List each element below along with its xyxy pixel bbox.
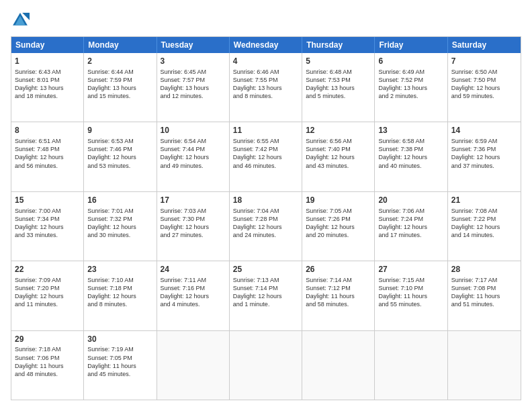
cell-line: and 17 minutes.	[378, 231, 443, 239]
header-day-monday: Monday	[84, 37, 157, 53]
calendar-cell-14: 14Sunrise: 6:59 AMSunset: 7:36 PMDayligh…	[448, 122, 521, 191]
cell-line: Sunset: 7:57 PM	[161, 76, 226, 84]
calendar-cell-empty	[230, 331, 302, 400]
cell-line: Sunrise: 6:59 AM	[451, 137, 517, 145]
cell-line: and 56 minutes.	[15, 162, 80, 170]
cell-line: Sunset: 7:12 PM	[306, 284, 371, 292]
calendar-cell-15: 15Sunrise: 7:00 AMSunset: 7:34 PMDayligh…	[11, 192, 84, 261]
calendar-cell-9: 9Sunrise: 6:53 AMSunset: 7:46 PMDaylight…	[84, 122, 157, 191]
cell-line: Sunset: 7:55 PM	[233, 76, 298, 84]
day-number: 5	[306, 56, 371, 67]
cell-line: Sunrise: 6:55 AM	[233, 137, 298, 145]
day-number: 27	[378, 264, 443, 275]
cell-line: Sunset: 7:36 PM	[451, 145, 517, 153]
day-number: 15	[15, 195, 80, 206]
day-number: 30	[87, 334, 152, 345]
cell-line: Sunrise: 7:15 AM	[378, 276, 443, 284]
cell-line: Daylight: 12 hours	[451, 223, 517, 231]
cell-line: Sunrise: 6:44 AM	[87, 68, 152, 76]
calendar-row-0: 1Sunrise: 6:43 AMSunset: 8:01 PMDaylight…	[11, 53, 521, 122]
calendar-cell-6: 6Sunrise: 6:49 AMSunset: 7:52 PMDaylight…	[375, 53, 447, 122]
cell-line: Sunset: 7:26 PM	[306, 215, 371, 223]
day-number: 10	[161, 125, 226, 136]
calendar-cell-25: 25Sunrise: 7:13 AMSunset: 7:14 PMDayligh…	[230, 261, 302, 330]
cell-line: and 59 minutes.	[451, 92, 517, 100]
day-number: 6	[378, 56, 443, 67]
cell-line: and 18 minutes.	[15, 92, 80, 100]
cell-line: Sunset: 7:24 PM	[378, 215, 443, 223]
cell-line: and 30 minutes.	[87, 231, 152, 239]
day-number: 20	[378, 195, 443, 206]
cell-line: and 40 minutes.	[378, 162, 443, 170]
cell-line: and 8 minutes.	[233, 92, 298, 100]
calendar-cell-24: 24Sunrise: 7:11 AMSunset: 7:16 PMDayligh…	[157, 261, 230, 330]
day-number: 13	[378, 125, 443, 136]
cell-line: Sunrise: 6:45 AM	[161, 68, 226, 76]
cell-line: and 4 minutes.	[161, 300, 226, 308]
calendar-cell-8: 8Sunrise: 6:51 AMSunset: 7:48 PMDaylight…	[11, 122, 84, 191]
day-number: 4	[233, 56, 298, 67]
day-number: 21	[451, 195, 517, 206]
cell-line: and 33 minutes.	[15, 231, 80, 239]
day-number: 18	[233, 195, 298, 206]
cell-line: Sunrise: 7:04 AM	[233, 207, 298, 215]
cell-line: Daylight: 13 hours	[15, 84, 80, 92]
day-number: 25	[233, 264, 298, 275]
day-number: 8	[15, 125, 80, 136]
header-day-thursday: Thursday	[302, 37, 375, 53]
calendar-row-2: 15Sunrise: 7:00 AMSunset: 7:34 PMDayligh…	[11, 191, 521, 261]
calendar-cell-4: 4Sunrise: 6:46 AMSunset: 7:55 PMDaylight…	[230, 53, 302, 122]
cell-line: Sunset: 8:01 PM	[15, 76, 80, 84]
logo-icon	[11, 11, 30, 30]
cell-line: Daylight: 11 hours	[87, 362, 152, 370]
cell-line: Daylight: 12 hours	[161, 153, 226, 161]
calendar-cell-7: 7Sunrise: 6:50 AMSunset: 7:50 PMDaylight…	[448, 53, 521, 122]
day-number: 17	[161, 195, 226, 206]
calendar-cell-19: 19Sunrise: 7:05 AMSunset: 7:26 PMDayligh…	[302, 192, 375, 261]
cell-line: Sunrise: 6:58 AM	[378, 137, 443, 145]
calendar-cell-1: 1Sunrise: 6:43 AMSunset: 8:01 PMDaylight…	[11, 53, 84, 122]
cell-line: Sunset: 7:16 PM	[161, 284, 226, 292]
cell-line: Sunrise: 7:11 AM	[161, 276, 226, 284]
day-number: 14	[451, 125, 517, 136]
cell-line: Sunset: 7:05 PM	[87, 354, 152, 362]
cell-line: Sunset: 7:34 PM	[15, 215, 80, 223]
cell-line: Sunrise: 6:53 AM	[87, 137, 152, 145]
cell-line: and 43 minutes.	[306, 162, 371, 170]
calendar-cell-30: 30Sunrise: 7:19 AMSunset: 7:05 PMDayligh…	[84, 331, 157, 400]
cell-line: Sunset: 7:52 PM	[378, 76, 443, 84]
cell-line: Sunrise: 6:50 AM	[451, 68, 517, 76]
calendar-cell-3: 3Sunrise: 6:45 AMSunset: 7:57 PMDaylight…	[157, 53, 230, 122]
header-day-wednesday: Wednesday	[230, 37, 302, 53]
day-number: 19	[306, 195, 371, 206]
cell-line: and 12 minutes.	[161, 92, 226, 100]
cell-line: Sunset: 7:30 PM	[161, 215, 226, 223]
day-number: 29	[15, 334, 80, 345]
cell-line: Sunset: 7:18 PM	[87, 284, 152, 292]
day-number: 3	[161, 56, 226, 67]
cell-line: Sunset: 7:06 PM	[15, 354, 80, 362]
cell-line: Sunset: 7:50 PM	[451, 76, 517, 84]
calendar-cell-11: 11Sunrise: 6:55 AMSunset: 7:42 PMDayligh…	[230, 122, 302, 191]
day-number: 2	[87, 56, 152, 67]
cell-line: Sunrise: 7:06 AM	[378, 207, 443, 215]
cell-line: Sunrise: 7:05 AM	[306, 207, 371, 215]
cell-line: and 14 minutes.	[451, 231, 517, 239]
cell-line: Sunrise: 6:46 AM	[233, 68, 298, 76]
cell-line: Daylight: 13 hours	[233, 84, 298, 92]
cell-line: Sunrise: 6:54 AM	[161, 137, 226, 145]
calendar-cell-13: 13Sunrise: 6:58 AMSunset: 7:38 PMDayligh…	[375, 122, 447, 191]
header	[11, 11, 521, 30]
cell-line: Sunset: 7:48 PM	[15, 145, 80, 153]
cell-line: Sunset: 7:32 PM	[87, 215, 152, 223]
cell-line: Sunrise: 6:49 AM	[378, 68, 443, 76]
cell-line: Sunset: 7:44 PM	[161, 145, 226, 153]
cell-line: and 58 minutes.	[306, 300, 371, 308]
cell-line: Sunrise: 7:19 AM	[87, 345, 152, 353]
calendar-cell-21: 21Sunrise: 7:08 AMSunset: 7:22 PMDayligh…	[448, 192, 521, 261]
calendar-cell-10: 10Sunrise: 6:54 AMSunset: 7:44 PMDayligh…	[157, 122, 230, 191]
cell-line: and 53 minutes.	[87, 162, 152, 170]
cell-line: Daylight: 13 hours	[306, 84, 371, 92]
cell-line: Sunset: 7:59 PM	[87, 76, 152, 84]
cell-line: Sunset: 7:20 PM	[15, 284, 80, 292]
